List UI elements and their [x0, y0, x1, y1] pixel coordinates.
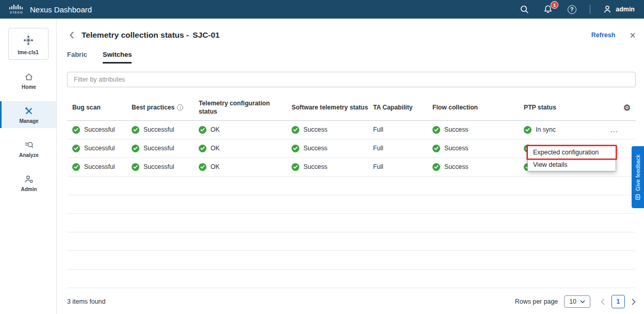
- user-icon: [603, 5, 612, 14]
- fabric-name: SJC-01: [192, 30, 220, 40]
- success-check-icon: [72, 145, 80, 152]
- success-check-icon: [432, 126, 440, 134]
- telemetry-config-cell: OK: [194, 145, 286, 152]
- current-page-button[interactable]: 1: [611, 295, 625, 308]
- software-telemetry-cell: Success: [286, 163, 368, 171]
- table-footer: 3 items found Rows per page 10 1: [67, 293, 636, 310]
- bug-scan-cell: Successful: [67, 163, 126, 171]
- success-check-icon: [432, 145, 440, 152]
- empty-row: [67, 251, 636, 270]
- ta-capability-cell: Full: [368, 145, 427, 152]
- cluster-selector[interactable]: tme-cls1: [8, 28, 49, 60]
- admin-user-gear-icon: [24, 174, 34, 184]
- row-menu-ellipsis-icon[interactable]: …: [610, 128, 619, 132]
- col-bug-scan: Bug scan: [67, 104, 126, 112]
- filter-bar: [67, 72, 636, 87]
- tools-icon: [24, 106, 34, 116]
- feedback-label: Give feedback: [635, 154, 641, 191]
- previous-page-icon[interactable]: [601, 299, 605, 305]
- col-software-telemetry-status: Software telemetry status: [286, 104, 368, 112]
- sidebar-item-label: Analyze: [19, 152, 39, 158]
- software-telemetry-cell: Success: [286, 145, 368, 152]
- column-settings-gear-icon[interactable]: ⚙: [623, 104, 631, 112]
- success-check-icon: [72, 126, 80, 134]
- empty-row: [67, 232, 636, 251]
- flow-collection-cell: Success: [427, 163, 519, 171]
- ptp-status-cell: In sync: [519, 126, 596, 134]
- tab-switches[interactable]: Switches: [103, 51, 132, 64]
- success-check-icon: [292, 145, 299, 152]
- app-title: Nexus Dashboard: [30, 5, 92, 14]
- best-practices-cell: Successful: [126, 163, 194, 171]
- sidebar-item-label: Admin: [21, 186, 37, 192]
- bug-scan-cell: Successful: [67, 145, 126, 152]
- main-panel: Telemetry collection status - SJC-01 Ref…: [57, 19, 644, 314]
- empty-row: [67, 177, 636, 195]
- help-icon[interactable]: ?: [566, 4, 577, 15]
- table-header: Bug scan Best practicesi Telemetry confi…: [67, 95, 636, 121]
- ta-capability-cell: Full: [368, 126, 427, 133]
- best-practices-cell: Successful: [126, 126, 194, 134]
- success-check-icon: [132, 145, 139, 152]
- back-chevron-icon[interactable]: [67, 30, 76, 40]
- next-page-icon[interactable]: [632, 299, 636, 305]
- rows-per-page-select[interactable]: 10: [564, 295, 590, 308]
- success-check-icon: [132, 126, 139, 134]
- close-icon[interactable]: ×: [630, 30, 636, 40]
- notifications-bell-icon[interactable]: 1: [542, 4, 554, 15]
- give-feedback-button[interactable]: Give feedback: [632, 146, 644, 208]
- success-check-icon: [292, 163, 299, 171]
- empty-row: [67, 214, 636, 232]
- flow-collection-cell: Success: [427, 126, 519, 134]
- telemetry-config-cell: OK: [194, 126, 286, 134]
- table-row: Successful Successful OK Success Full Su…: [67, 121, 636, 139]
- info-icon[interactable]: i: [177, 104, 183, 111]
- menu-item-expected-configuration[interactable]: Expected configuration: [528, 146, 616, 159]
- success-check-icon: [199, 163, 206, 171]
- col-ta-capability: TA Capability: [368, 104, 427, 112]
- tabs: Fabric Switches: [67, 51, 634, 64]
- chevron-down-icon: [580, 300, 585, 303]
- success-check-icon: [292, 126, 299, 134]
- sidebar-item-label: Home: [22, 84, 36, 90]
- success-check-icon: [199, 126, 206, 134]
- help-question-mark: ?: [568, 5, 576, 14]
- notification-badge: 1: [551, 1, 558, 9]
- success-check-icon: [72, 163, 80, 171]
- cisco-brand-text: cisco: [10, 10, 23, 14]
- software-telemetry-cell: Success: [286, 126, 368, 134]
- empty-row: [67, 270, 636, 288]
- topbar: cisco Nexus Dashboard 1 ? admin: [0, 0, 644, 19]
- home-icon: [24, 72, 34, 82]
- sidebar-item-admin[interactable]: Admin: [0, 169, 56, 196]
- items-found-label: 3 items found: [67, 298, 105, 305]
- col-telemetry-configuration-status: Telemetry configuration status: [194, 100, 286, 116]
- sidebar-item-analyze[interactable]: Analyze: [0, 135, 56, 162]
- sidebar-item-label: Manage: [19, 118, 38, 124]
- success-check-icon: [199, 145, 206, 152]
- sidebar: tme-cls1 Home Manage Analyze Admin: [0, 19, 57, 314]
- col-best-practices: Best practicesi: [126, 104, 194, 112]
- sidebar-item-home[interactable]: Home: [0, 67, 56, 94]
- telemetry-config-cell: OK: [194, 163, 286, 171]
- topbar-divider: [590, 5, 590, 14]
- success-check-icon: [132, 163, 139, 171]
- user-menu[interactable]: admin: [603, 5, 635, 14]
- analyze-magnifier-icon: [24, 140, 34, 150]
- refresh-button[interactable]: Refresh: [591, 32, 616, 39]
- success-check-icon: [432, 163, 440, 171]
- success-check-icon: [524, 126, 532, 134]
- ptp-status-context-menu: Expected configuration View details: [527, 146, 616, 171]
- best-practices-cell: Successful: [126, 145, 194, 152]
- menu-item-view-details[interactable]: View details: [528, 159, 616, 171]
- cisco-logo: cisco: [9, 5, 24, 14]
- col-actions: ⚙: [596, 104, 636, 112]
- tab-fabric[interactable]: Fabric: [67, 51, 87, 64]
- pagination: 1: [601, 295, 636, 308]
- page-title: Telemetry collection status -: [82, 30, 189, 40]
- cluster-name: tme-cls1: [18, 50, 39, 55]
- col-flow-collection: Flow collection: [427, 104, 519, 112]
- sidebar-item-manage[interactable]: Manage: [0, 101, 56, 128]
- filter-input[interactable]: [67, 72, 636, 87]
- search-icon[interactable]: [519, 4, 530, 15]
